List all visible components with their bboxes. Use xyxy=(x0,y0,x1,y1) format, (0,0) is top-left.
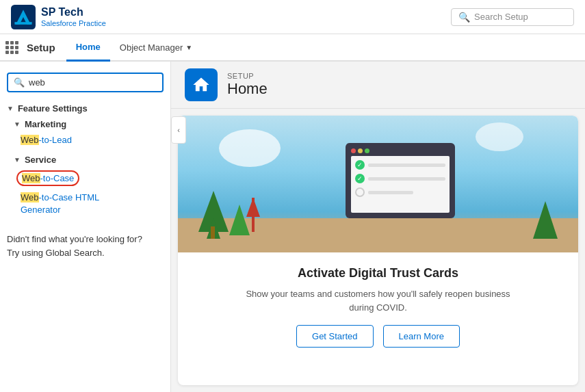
monitor-screen: ✓ ✓ xyxy=(351,156,450,213)
home-icon xyxy=(192,75,211,94)
sidebar-item-web-to-lead[interactable]: Web-to-Lead xyxy=(0,132,170,148)
monitor: ✓ ✓ xyxy=(346,143,455,218)
check-line-short-3 xyxy=(368,191,413,194)
check-row-3 xyxy=(355,187,445,197)
tree-trunk xyxy=(211,226,215,239)
web-to-case-suffix: -to-Case xyxy=(40,173,75,183)
card-description: Show your teams and customers how you'll… xyxy=(235,287,522,314)
grid-dot xyxy=(5,46,9,49)
monitor-dots xyxy=(351,148,369,153)
sidebar-marketing-section: ▼ Marketing Web-to-Lead xyxy=(0,116,170,148)
nav-setup-label: Setup xyxy=(27,42,55,53)
grid-dot xyxy=(10,41,14,44)
tree-3 xyxy=(533,201,558,239)
highlight-web: Web xyxy=(21,135,39,145)
sidebar: 🔍 ▼ Feature Settings ▼ Marketing Web-to-… xyxy=(0,62,171,392)
grid-dot xyxy=(15,51,18,54)
app-header: SP Tech Salesforce Practice 🔍 Search Set… xyxy=(0,0,585,34)
logo-text: SP Tech Salesforce Practice xyxy=(41,5,106,27)
check-green-1: ✓ xyxy=(355,160,365,170)
web-to-lead-suffix: -to-Lead xyxy=(39,135,72,145)
sidebar-item-web-to-case-html[interactable]: Web-to-Case HTMLGenerator xyxy=(0,189,170,219)
check-line-2 xyxy=(368,177,445,181)
navbar: Setup Home Object Manager ▼ xyxy=(0,34,585,62)
check-row-2: ✓ xyxy=(355,174,445,183)
tab-home[interactable]: Home xyxy=(66,34,110,62)
grid-dot xyxy=(5,51,9,54)
grid-dot xyxy=(5,41,9,44)
card-buttons: Get Started Learn More xyxy=(296,325,460,348)
grid-icon[interactable] xyxy=(5,41,18,54)
logo-subtitle: Salesforce Practice xyxy=(41,19,106,28)
sidebar-search-input[interactable] xyxy=(29,77,157,88)
cloud-2 xyxy=(476,122,523,151)
red-tree xyxy=(252,198,255,232)
content-area: ‹ SETUP Home xyxy=(171,62,585,392)
grid-dot xyxy=(15,46,18,49)
svg-rect-3 xyxy=(14,22,31,25)
setup-home-header: SETUP Home xyxy=(171,62,585,109)
chevron-down-icon: ▼ xyxy=(7,105,14,112)
grid-dot xyxy=(10,51,14,54)
sidebar-feature-settings-section: ▼ Feature Settings ▼ Marketing Web-to-Le… xyxy=(0,101,170,219)
logo-title: SP Tech xyxy=(41,5,106,18)
sidebar-search-icon: 🔍 xyxy=(14,77,25,88)
card-illustration: ✓ ✓ xyxy=(178,116,578,252)
home-title: Home xyxy=(227,80,268,98)
not-found-text: Didn't find what you're looking for?Try … xyxy=(0,223,170,262)
learn-more-button[interactable]: Learn More xyxy=(383,325,460,348)
sidebar-feature-settings-header[interactable]: ▼ Feature Settings xyxy=(0,101,170,116)
cloud-1 xyxy=(219,129,281,167)
sidebar-item-web-to-case[interactable]: Web-to-Case xyxy=(16,170,79,186)
sidebar-item-web-to-case-wrapper[interactable]: Web-to-Case xyxy=(0,168,170,189)
tree-1 xyxy=(198,191,229,232)
service-label: Service xyxy=(25,155,56,165)
grid-dot xyxy=(10,46,14,49)
tab-object-manager[interactable]: Object Manager ▼ xyxy=(110,34,202,61)
dot-red xyxy=(351,148,356,153)
digital-trust-card: ✓ ✓ Activat xyxy=(178,116,578,385)
card-body: Activate Digital Trust Cards Show your t… xyxy=(214,252,543,361)
grid-dot xyxy=(15,41,18,44)
feature-settings-label: Feature Settings xyxy=(18,103,88,114)
sidebar-service-header[interactable]: ▼ Service xyxy=(0,152,170,168)
logo-area: SP Tech Salesforce Practice xyxy=(11,5,106,29)
search-icon: 🔍 xyxy=(458,12,470,23)
chevron-down-icon: ▼ xyxy=(14,120,21,128)
dot-yellow xyxy=(358,148,363,153)
setup-home-text: SETUP Home xyxy=(227,72,268,98)
highlight-web: Web xyxy=(21,192,39,202)
search-setup-box[interactable]: 🔍 Search Setup xyxy=(451,8,574,26)
chevron-down-icon: ▼ xyxy=(14,156,21,164)
search-setup-text: Search Setup xyxy=(474,12,528,22)
sidebar-marketing-header[interactable]: ▼ Marketing xyxy=(0,116,170,132)
sidebar-service-section: ▼ Service Web-to-Case Web-to-Case HTMLGe… xyxy=(0,152,170,219)
chevron-down-icon: ▼ xyxy=(185,44,192,51)
highlight-web: Web xyxy=(22,173,40,183)
collapse-sidebar-button[interactable]: ‹ xyxy=(171,116,186,144)
get-started-button[interactable]: Get Started xyxy=(296,325,373,348)
card-title: Activate Digital Trust Cards xyxy=(298,266,458,280)
marketing-label: Marketing xyxy=(25,119,66,129)
sp-tech-logo xyxy=(11,5,36,29)
check-empty-3 xyxy=(355,187,365,197)
setup-label: SETUP xyxy=(227,72,268,80)
check-row-1: ✓ xyxy=(355,160,445,170)
dot-green xyxy=(365,148,369,153)
main-layout: 🔍 ▼ Feature Settings ▼ Marketing Web-to-… xyxy=(0,62,585,392)
sidebar-search-box[interactable]: 🔍 xyxy=(7,73,164,92)
header-right: 🔍 Search Setup xyxy=(451,8,574,26)
check-green-2: ✓ xyxy=(355,174,365,183)
check-line-1 xyxy=(368,164,445,167)
setup-icon-box xyxy=(185,68,218,101)
